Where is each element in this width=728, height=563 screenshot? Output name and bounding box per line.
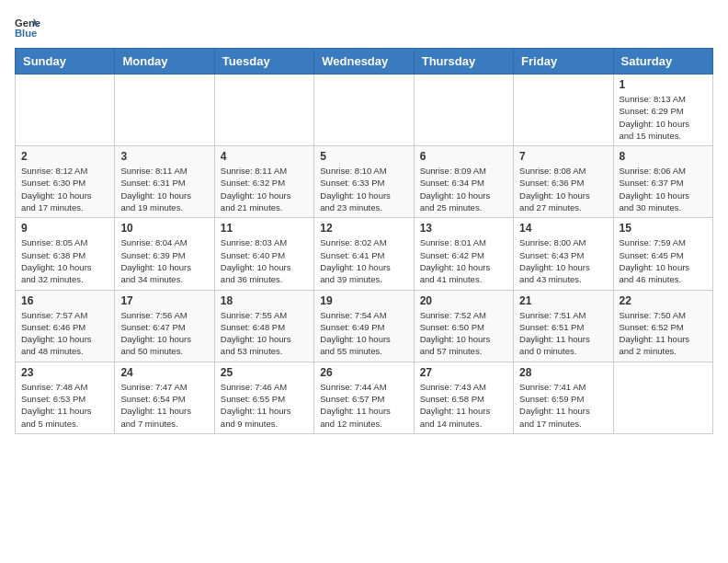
day-number: 28 xyxy=(519,366,607,379)
calendar-week-row: 2Sunrise: 8:12 AM Sunset: 6:30 PM Daylig… xyxy=(16,146,713,218)
calendar-week-row: 23Sunrise: 7:48 AM Sunset: 6:53 PM Dayli… xyxy=(16,362,713,433)
day-info: Sunrise: 7:47 AM Sunset: 6:54 PM Dayligh… xyxy=(120,381,208,430)
calendar-cell xyxy=(613,362,712,433)
day-number: 10 xyxy=(120,222,208,235)
calendar-cell: 7Sunrise: 8:08 AM Sunset: 6:36 PM Daylig… xyxy=(514,146,613,218)
weekday-header-tuesday: Tuesday xyxy=(214,49,313,75)
day-info: Sunrise: 7:50 AM Sunset: 6:52 PM Dayligh… xyxy=(620,309,707,358)
calendar-cell: 1Sunrise: 8:13 AM Sunset: 6:29 PM Daylig… xyxy=(613,75,712,146)
calendar-cell: 12Sunrise: 8:02 AM Sunset: 6:41 PM Dayli… xyxy=(314,218,414,290)
day-info: Sunrise: 7:48 AM Sunset: 6:53 PM Dayligh… xyxy=(21,381,108,430)
day-info: Sunrise: 8:11 AM Sunset: 6:31 PM Dayligh… xyxy=(120,165,208,213)
calendar-cell: 11Sunrise: 8:03 AM Sunset: 6:40 PM Dayli… xyxy=(214,218,313,290)
day-number: 17 xyxy=(120,294,208,307)
day-number: 20 xyxy=(420,294,507,307)
day-number: 23 xyxy=(21,366,108,379)
day-info: Sunrise: 7:46 AM Sunset: 6:55 PM Dayligh… xyxy=(221,381,308,430)
calendar-week-row: 9Sunrise: 8:05 AM Sunset: 6:38 PM Daylig… xyxy=(16,218,713,290)
calendar-cell xyxy=(514,75,613,146)
day-info: Sunrise: 7:57 AM Sunset: 6:46 PM Dayligh… xyxy=(21,309,108,358)
calendar-week-row: 16Sunrise: 7:57 AM Sunset: 6:46 PM Dayli… xyxy=(16,290,713,362)
calendar-cell xyxy=(214,75,313,146)
calendar-cell: 5Sunrise: 8:10 AM Sunset: 6:33 PM Daylig… xyxy=(314,146,414,218)
day-number: 6 xyxy=(420,150,507,163)
calendar-cell: 19Sunrise: 7:54 AM Sunset: 6:49 PM Dayli… xyxy=(314,290,414,362)
day-info: Sunrise: 8:11 AM Sunset: 6:32 PM Dayligh… xyxy=(221,165,308,213)
day-number: 19 xyxy=(320,294,407,307)
day-info: Sunrise: 7:56 AM Sunset: 6:47 PM Dayligh… xyxy=(120,309,208,358)
day-info: Sunrise: 7:52 AM Sunset: 6:50 PM Dayligh… xyxy=(420,309,507,358)
calendar-cell: 3Sunrise: 8:11 AM Sunset: 6:31 PM Daylig… xyxy=(115,146,214,218)
calendar-cell: 2Sunrise: 8:12 AM Sunset: 6:30 PM Daylig… xyxy=(16,146,115,218)
calendar-header-row: SundayMondayTuesdayWednesdayThursdayFrid… xyxy=(16,49,713,75)
day-number: 2 xyxy=(21,150,108,163)
logo-icon: General Blue xyxy=(15,15,40,40)
day-info: Sunrise: 8:04 AM Sunset: 6:39 PM Dayligh… xyxy=(120,236,208,285)
day-number: 16 xyxy=(21,294,108,307)
day-number: 8 xyxy=(620,150,707,163)
calendar-cell: 22Sunrise: 7:50 AM Sunset: 6:52 PM Dayli… xyxy=(613,290,712,362)
calendar-cell: 6Sunrise: 8:09 AM Sunset: 6:34 PM Daylig… xyxy=(414,146,513,218)
weekday-header-friday: Friday xyxy=(514,49,613,75)
calendar-cell xyxy=(115,75,214,146)
calendar-table: SundayMondayTuesdayWednesdayThursdayFrid… xyxy=(15,48,713,434)
day-number: 5 xyxy=(320,150,407,163)
calendar-cell xyxy=(314,75,414,146)
day-number: 1 xyxy=(620,78,707,91)
weekday-header-saturday: Saturday xyxy=(613,49,712,75)
day-number: 12 xyxy=(320,222,407,235)
day-info: Sunrise: 8:00 AM Sunset: 6:43 PM Dayligh… xyxy=(519,236,607,285)
calendar-cell: 15Sunrise: 7:59 AM Sunset: 6:45 PM Dayli… xyxy=(613,218,712,290)
day-info: Sunrise: 8:12 AM Sunset: 6:30 PM Dayligh… xyxy=(21,165,108,213)
day-number: 22 xyxy=(620,294,707,307)
day-info: Sunrise: 7:43 AM Sunset: 6:58 PM Dayligh… xyxy=(420,381,507,430)
weekday-header-thursday: Thursday xyxy=(414,49,513,75)
day-number: 27 xyxy=(420,366,507,379)
day-number: 7 xyxy=(519,150,607,163)
day-number: 18 xyxy=(221,294,308,307)
day-number: 9 xyxy=(21,222,108,235)
day-info: Sunrise: 8:13 AM Sunset: 6:29 PM Dayligh… xyxy=(620,93,707,142)
day-info: Sunrise: 8:06 AM Sunset: 6:37 PM Dayligh… xyxy=(620,165,707,213)
day-info: Sunrise: 7:44 AM Sunset: 6:57 PM Dayligh… xyxy=(320,381,407,430)
calendar-cell: 13Sunrise: 8:01 AM Sunset: 6:42 PM Dayli… xyxy=(414,218,513,290)
day-number: 4 xyxy=(221,150,308,163)
day-info: Sunrise: 7:55 AM Sunset: 6:48 PM Dayligh… xyxy=(221,309,308,358)
calendar-cell: 20Sunrise: 7:52 AM Sunset: 6:50 PM Dayli… xyxy=(414,290,513,362)
day-info: Sunrise: 8:05 AM Sunset: 6:38 PM Dayligh… xyxy=(21,236,108,285)
day-info: Sunrise: 8:01 AM Sunset: 6:42 PM Dayligh… xyxy=(420,236,507,285)
calendar-cell: 9Sunrise: 8:05 AM Sunset: 6:38 PM Daylig… xyxy=(16,218,115,290)
day-info: Sunrise: 7:51 AM Sunset: 6:51 PM Dayligh… xyxy=(519,309,607,358)
svg-text:Blue: Blue xyxy=(15,28,37,39)
calendar-cell: 24Sunrise: 7:47 AM Sunset: 6:54 PM Dayli… xyxy=(115,362,214,433)
day-number: 11 xyxy=(221,222,308,235)
calendar-cell: 17Sunrise: 7:56 AM Sunset: 6:47 PM Dayli… xyxy=(115,290,214,362)
day-number: 26 xyxy=(320,366,407,379)
day-info: Sunrise: 8:08 AM Sunset: 6:36 PM Dayligh… xyxy=(519,165,607,213)
calendar-cell: 8Sunrise: 8:06 AM Sunset: 6:37 PM Daylig… xyxy=(613,146,712,218)
day-info: Sunrise: 8:09 AM Sunset: 6:34 PM Dayligh… xyxy=(420,165,507,213)
calendar-cell: 26Sunrise: 7:44 AM Sunset: 6:57 PM Dayli… xyxy=(314,362,414,433)
day-number: 14 xyxy=(519,222,607,235)
calendar-cell: 23Sunrise: 7:48 AM Sunset: 6:53 PM Dayli… xyxy=(16,362,115,433)
day-info: Sunrise: 7:41 AM Sunset: 6:59 PM Dayligh… xyxy=(519,381,607,430)
calendar-cell xyxy=(16,75,115,146)
logo: General Blue xyxy=(15,15,42,40)
calendar-week-row: 1Sunrise: 8:13 AM Sunset: 6:29 PM Daylig… xyxy=(16,75,713,146)
calendar-cell: 4Sunrise: 8:11 AM Sunset: 6:32 PM Daylig… xyxy=(214,146,313,218)
day-number: 25 xyxy=(221,366,308,379)
calendar-cell xyxy=(414,75,513,146)
day-number: 3 xyxy=(120,150,208,163)
calendar-cell: 16Sunrise: 7:57 AM Sunset: 6:46 PM Dayli… xyxy=(16,290,115,362)
day-number: 15 xyxy=(620,222,707,235)
calendar-cell: 25Sunrise: 7:46 AM Sunset: 6:55 PM Dayli… xyxy=(214,362,313,433)
calendar-cell: 14Sunrise: 8:00 AM Sunset: 6:43 PM Dayli… xyxy=(514,218,613,290)
calendar-cell: 21Sunrise: 7:51 AM Sunset: 6:51 PM Dayli… xyxy=(514,290,613,362)
day-info: Sunrise: 8:10 AM Sunset: 6:33 PM Dayligh… xyxy=(320,165,407,213)
calendar-cell: 18Sunrise: 7:55 AM Sunset: 6:48 PM Dayli… xyxy=(214,290,313,362)
day-info: Sunrise: 7:59 AM Sunset: 6:45 PM Dayligh… xyxy=(620,236,707,285)
day-number: 21 xyxy=(519,294,607,307)
weekday-header-monday: Monday xyxy=(115,49,214,75)
calendar-cell: 27Sunrise: 7:43 AM Sunset: 6:58 PM Dayli… xyxy=(414,362,513,433)
calendar-cell: 28Sunrise: 7:41 AM Sunset: 6:59 PM Dayli… xyxy=(514,362,613,433)
